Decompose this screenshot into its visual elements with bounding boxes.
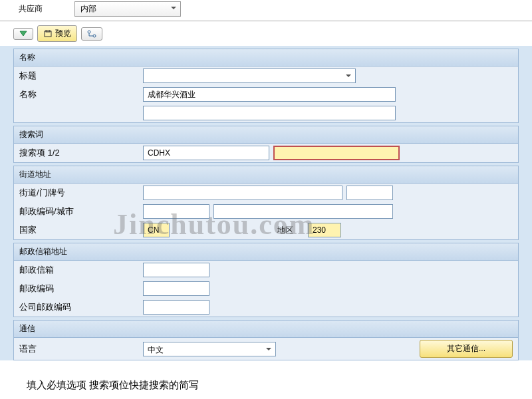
- pobox-section-header: 邮政信箱地址: [14, 243, 518, 261]
- pobox-label: 邮政信箱: [19, 264, 139, 276]
- lang-value: 中文: [148, 345, 164, 354]
- search-label: 搜索项 1/2: [19, 147, 139, 159]
- name-input[interactable]: [143, 87, 396, 102]
- svg-point-2: [88, 31, 90, 33]
- app-window: 共应商 内部 预览 名称 标题 名称 搜索词 搜索项 1/2: [0, 0, 532, 360]
- lang-label: 语言: [19, 343, 139, 355]
- lang-dropdown[interactable]: 中文: [143, 342, 276, 356]
- region-label: 地区: [277, 225, 304, 236]
- region-input[interactable]: [308, 223, 341, 237]
- print-icon: [43, 30, 53, 38]
- pobox-section: 邮政信箱地址 邮政信箱 邮政编码 公司邮政编码: [13, 243, 519, 317]
- pobox-postal-label: 邮政编码: [19, 283, 139, 295]
- country-input[interactable]: [143, 223, 170, 237]
- name-section-header: 名称: [14, 49, 518, 66]
- name-label: 名称: [19, 88, 139, 100]
- street-section: 街道地址 街道/门牌号 邮政编码/城市 国家 地区: [13, 166, 519, 240]
- name-input-2[interactable]: [143, 106, 396, 120]
- company-postal-input[interactable]: [143, 300, 209, 315]
- comm-section: 通信 语言 中文 其它通信...: [13, 320, 519, 360]
- preview-label: 预览: [55, 28, 71, 39]
- title-dropdown[interactable]: [143, 68, 356, 83]
- city-input[interactable]: [213, 204, 393, 219]
- pobox-input[interactable]: [143, 263, 209, 277]
- search-section: 搜索词 搜索项 1/2: [13, 126, 519, 163]
- street-label: 街道/门牌号: [19, 187, 139, 199]
- dept-dropdown[interactable]: 内部: [74, 1, 181, 17]
- country-label: 国家: [19, 224, 139, 236]
- svg-point-3: [93, 35, 96, 37]
- search-section-header: 搜索词: [14, 126, 518, 144]
- street-section-header: 街道地址: [14, 166, 518, 184]
- expand-button[interactable]: [13, 28, 33, 40]
- hierarchy-button[interactable]: [81, 27, 102, 41]
- house-input[interactable]: [346, 186, 393, 200]
- name-section: 名称 标题 名称: [13, 49, 519, 123]
- footer-caption: 填入必填选项 搜索项位快捷搜索的简写: [0, 366, 532, 399]
- postal-input[interactable]: [143, 204, 209, 219]
- search-input-2[interactable]: [273, 146, 400, 160]
- dept-value: 内部: [80, 4, 96, 13]
- vendor-label: 共应商: [13, 2, 48, 16]
- company-postal-label: 公司邮政编码: [19, 301, 139, 313]
- toolbar: 预览: [0, 21, 532, 46]
- preview-button[interactable]: 预览: [37, 25, 77, 42]
- search-input-1[interactable]: [143, 146, 269, 160]
- other-comm-button[interactable]: 其它通信...: [420, 340, 513, 358]
- comm-section-header: 通信: [14, 321, 518, 338]
- pobox-postal-input[interactable]: [143, 281, 209, 296]
- title-label: 标题: [19, 70, 139, 82]
- postal-city-label: 邮政编码/城市: [19, 205, 139, 217]
- top-bar: 共应商 内部: [0, 0, 532, 21]
- street-input[interactable]: [143, 186, 342, 200]
